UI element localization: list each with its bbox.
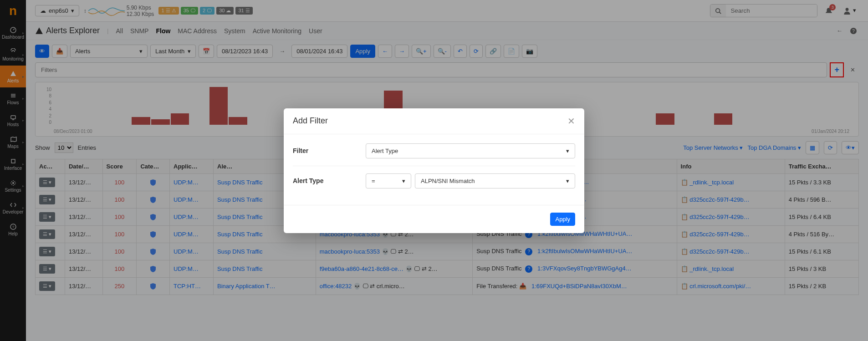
- modal-body: Filter Alert Type▾ Alert Type =▾ ALPN/SN…: [284, 134, 584, 205]
- modal-footer: Apply: [284, 205, 584, 233]
- modal-close-button[interactable]: ✕: [567, 116, 575, 127]
- divider: [293, 166, 575, 166]
- filter-select[interactable]: Alert Type▾: [366, 143, 575, 158]
- alert-type-label: Alert Type: [293, 177, 357, 184]
- chevron-down-icon: ▾: [566, 178, 569, 184]
- modal-header: Add Filter ✕: [284, 108, 584, 134]
- alert-type-value-select[interactable]: ALPN/SNI Mismatch▾: [415, 173, 575, 188]
- filter-field-label: Filter: [293, 147, 357, 154]
- chevron-down-icon: ▾: [566, 148, 569, 154]
- operator-select[interactable]: =▾: [366, 173, 411, 188]
- modal-apply-button[interactable]: Apply: [550, 213, 575, 226]
- chevron-down-icon: ▾: [402, 178, 405, 184]
- modal-title: Add Filter: [293, 116, 328, 126]
- add-filter-modal: Add Filter ✕ Filter Alert Type▾ Alert Ty…: [284, 108, 584, 233]
